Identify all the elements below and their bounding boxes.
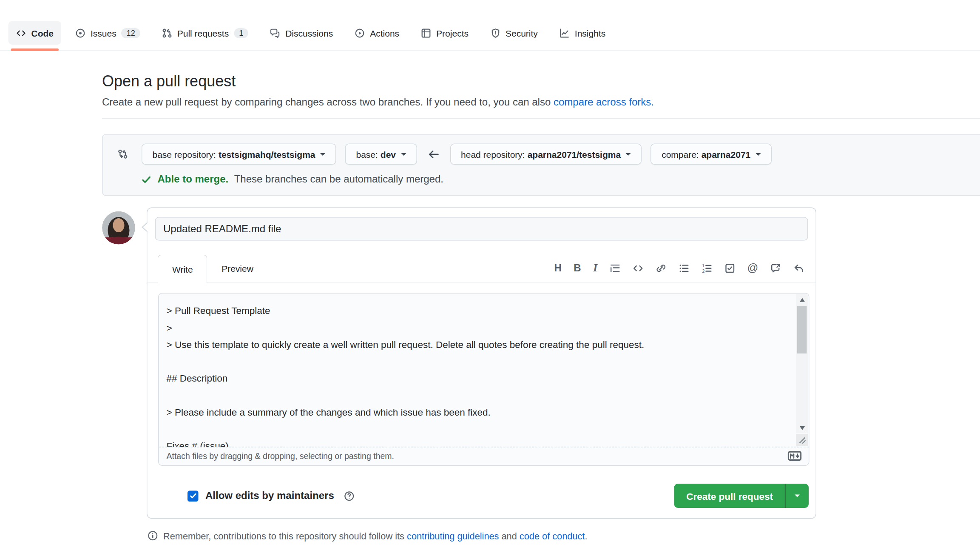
code-of-conduct-link[interactable]: code of conduct (520, 530, 585, 541)
contribution-note: Remember, contributions to this reposito… (148, 530, 980, 542)
link-icon[interactable] (656, 262, 667, 274)
mention-icon[interactable]: @ (747, 262, 758, 274)
markdown-toolbar: H B I 12 (554, 262, 804, 274)
chevron-down-icon (401, 153, 406, 158)
page-title: Open a pull request (102, 72, 980, 90)
editor-dropzone: > Pull Request Template > > Use this tem… (158, 293, 810, 466)
avatar (102, 211, 135, 245)
tab-code[interactable]: Code (9, 21, 62, 45)
create-pull-request-split-button: Create pull request (674, 484, 809, 508)
heading-icon[interactable]: H (554, 262, 561, 274)
pr-title-input[interactable] (155, 217, 808, 241)
divider (102, 118, 980, 119)
head-repository-prefix: head repository: (461, 149, 525, 159)
tab-label: Projects (436, 28, 469, 38)
compare-branch-value: aparna2071 (702, 149, 751, 159)
tab-label: Security (506, 28, 538, 38)
chevron-down-icon (626, 153, 631, 158)
code-icon[interactable] (633, 262, 644, 274)
base-branch-value: dev (381, 149, 396, 159)
base-repository-prefix: base repository: (153, 149, 216, 159)
tab-label: Actions (370, 28, 399, 38)
tab-actions[interactable]: Actions (347, 21, 407, 45)
git-compare-icon (117, 149, 128, 160)
contributing-guidelines-link[interactable]: contributing guidelines (407, 530, 499, 541)
allow-edits-label: Allow edits by maintainers (205, 490, 334, 502)
editor-tabnav: Write Preview H B I (148, 254, 816, 283)
compare-across-forks-link[interactable]: compare across forks. (554, 97, 654, 108)
allow-edits-row[interactable]: Allow edits by maintainers (187, 490, 355, 502)
scrollbar-thumb[interactable] (797, 306, 807, 353)
tab-label: Code (31, 28, 54, 38)
scroll-up-icon[interactable] (796, 294, 808, 305)
base-branch-select[interactable]: base:dev (345, 144, 417, 165)
tab-label: Discussions (285, 28, 333, 38)
bold-icon[interactable]: B (574, 262, 581, 274)
info-icon (148, 530, 159, 542)
merge-status-text: Able to merge. (158, 174, 229, 185)
question-icon[interactable] (344, 490, 355, 502)
quote-icon[interactable] (610, 262, 621, 274)
unordered-list-icon[interactable] (679, 262, 690, 274)
head-repository-value: aparna2071/testsigma (528, 149, 621, 159)
compare-branch-select[interactable]: compare:aparna2071 (651, 144, 772, 165)
markdown-icon (788, 451, 802, 461)
code-icon (16, 28, 26, 38)
branch-selection-bar: base repository:testsigmahq/testsigma ba… (102, 134, 980, 196)
tab-pull-requests[interactable]: Pull requests 1 (154, 21, 256, 45)
issues-count-badge: 12 (122, 28, 140, 38)
base-repository-select[interactable]: base repository:testsigmahq/testsigma (142, 144, 336, 165)
head-repository-select[interactable]: head repository:aparna2071/testsigma (450, 144, 642, 165)
subtitle-text: Create a new pull request by comparing c… (102, 97, 554, 108)
pr-body-textarea[interactable]: > Pull Request Template > > Use this tem… (159, 294, 809, 447)
contribution-note-text: Remember, contributions to this reposito… (163, 530, 587, 541)
cross-reference-icon[interactable] (770, 262, 781, 274)
chevron-down-icon (756, 153, 761, 158)
reply-icon[interactable] (793, 262, 804, 274)
issue-opened-icon (75, 28, 85, 38)
allow-edits-checkbox[interactable] (187, 490, 199, 502)
form-footer: Allow edits by maintainers Create pull r… (148, 466, 816, 518)
page-subtitle: Create a new pull request by comparing c… (102, 97, 980, 108)
shield-icon (490, 28, 500, 38)
check-icon (141, 174, 152, 185)
italic-icon[interactable]: I (593, 262, 597, 274)
scroll-down-icon[interactable] (796, 422, 808, 433)
svg-text:1: 1 (702, 263, 704, 268)
pull-request-form: Write Preview H B I (147, 208, 816, 519)
page: Code Issues 12 Pull requests 1 Discussio… (0, 0, 980, 553)
textarea-scrollbar[interactable] (796, 294, 808, 433)
task-list-icon[interactable] (724, 262, 736, 274)
compare-branch-prefix: compare: (662, 149, 699, 159)
repo-tab-bar: Code Issues 12 Pull requests 1 Discussio… (0, 0, 980, 51)
tab-security[interactable]: Security (483, 21, 545, 45)
git-pull-request-icon (162, 28, 172, 38)
tab-insights[interactable]: Insights (552, 21, 613, 45)
tab-issues[interactable]: Issues 12 (68, 21, 148, 45)
chevron-down-icon (795, 495, 800, 500)
tab-projects[interactable]: Projects (413, 21, 476, 45)
tab-preview[interactable]: Preview (207, 254, 267, 283)
create-pull-request-button[interactable]: Create pull request (674, 484, 785, 508)
resize-grip-icon[interactable] (796, 434, 808, 446)
attach-files-hint: Attach files by dragging & dropping, sel… (167, 451, 395, 461)
base-repository-value: testsigmahq/testsigma (219, 149, 315, 159)
merge-status-row: Able to merge. These branches can be aut… (141, 174, 980, 185)
arrow-left-icon (427, 148, 440, 160)
create-pull-request-dropdown[interactable] (785, 484, 809, 508)
discussions-icon (270, 28, 280, 38)
svg-text:2: 2 (702, 269, 704, 274)
tab-label: Pull requests (177, 28, 229, 38)
base-branch-prefix: base: (356, 149, 378, 159)
graph-icon (560, 28, 570, 38)
actions-play-icon (355, 28, 365, 38)
merge-status-detail: These branches can be automatically merg… (234, 174, 443, 185)
tab-label: Issues (91, 28, 116, 38)
tab-write[interactable]: Write (158, 255, 208, 284)
tab-discussions[interactable]: Discussions (262, 21, 341, 45)
ordered-list-icon[interactable]: 12 (702, 262, 713, 274)
attach-files-bar[interactable]: Attach files by dragging & dropping, sel… (159, 448, 809, 465)
tab-label: Insights (575, 28, 605, 38)
compose-row: Write Preview H B I (102, 208, 980, 519)
chevron-down-icon (320, 153, 325, 158)
